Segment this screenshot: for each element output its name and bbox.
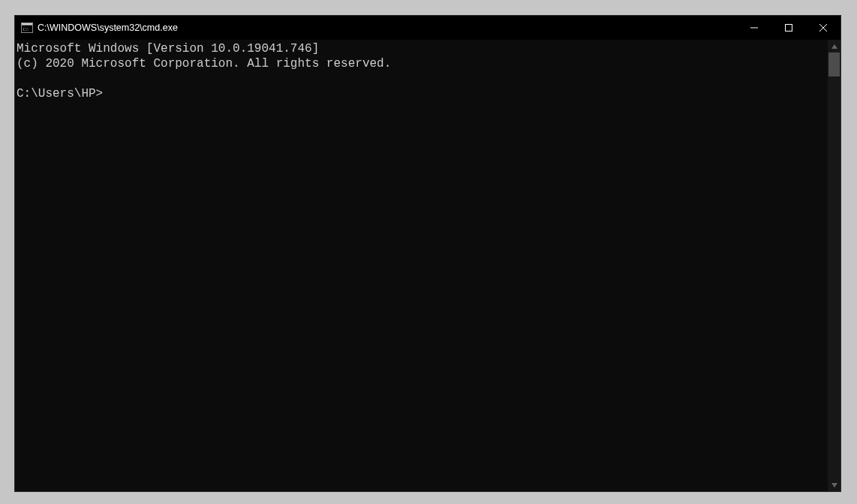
titlebar[interactable]: C:\ C:\WINDOWS\system32\cmd.exe	[15, 16, 840, 40]
cmd-window: C:\ C:\WINDOWS\system32\cmd.exe Microsof…	[14, 15, 841, 492]
terminal-output[interactable]: Microsoft Windows [Version 10.0.19041.74…	[15, 40, 828, 491]
close-button[interactable]	[806, 16, 840, 40]
scroll-thumb[interactable]	[828, 52, 840, 76]
svg-text:C:\: C:\	[23, 27, 29, 32]
prompt: C:\Users\HP>	[17, 87, 103, 100]
client-area: Microsoft Windows [Version 10.0.19041.74…	[15, 40, 840, 491]
minimize-button[interactable]	[737, 16, 771, 40]
window-title: C:\WINDOWS\system32\cmd.exe	[38, 22, 737, 33]
window-controls	[737, 16, 840, 40]
svg-marker-7	[831, 44, 837, 49]
svg-rect-4	[786, 25, 792, 32]
cmd-icon: C:\	[21, 22, 33, 34]
version-line: Microsoft Windows [Version 10.0.19041.74…	[17, 42, 319, 56]
svg-marker-8	[831, 483, 837, 488]
copyright-line: (c) 2020 Microsoft Corporation. All righ…	[17, 57, 391, 70]
maximize-button[interactable]	[771, 16, 806, 40]
vertical-scrollbar[interactable]	[828, 40, 840, 491]
scroll-track[interactable]	[828, 52, 840, 478]
svg-rect-1	[22, 23, 33, 26]
scroll-down-arrow[interactable]	[828, 478, 840, 491]
scroll-up-arrow[interactable]	[828, 40, 840, 52]
cursor	[103, 88, 109, 100]
